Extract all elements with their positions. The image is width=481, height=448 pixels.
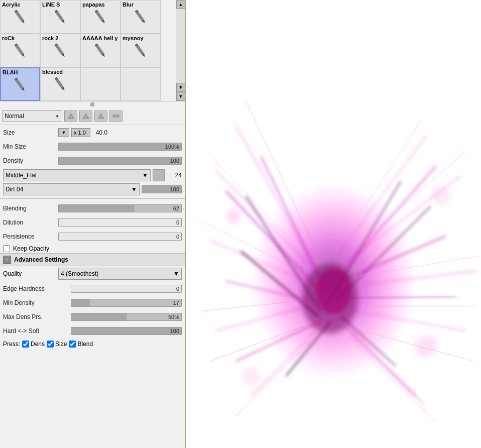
svg-point-74 xyxy=(415,335,437,357)
hard-soft-slider[interactable]: 100 xyxy=(71,327,182,335)
edge-hardness-row: Edge Hardness 0 xyxy=(3,283,182,294)
brush-cell-1[interactable]: LiNE S xyxy=(40,0,80,34)
size-dropdown-btn[interactable]: ▼ xyxy=(58,128,69,137)
svg-point-75 xyxy=(226,208,241,223)
quality-row: Quailty 4 (Smoothest) ▼ xyxy=(0,266,185,281)
brush-cell-label-2: papapas xyxy=(82,2,105,8)
brush-cell-11[interactable] xyxy=(121,67,161,101)
max-dens-prs-label: Max Dens Prs. xyxy=(3,313,71,320)
advanced-settings-header[interactable]: ≡ Advanced Settings xyxy=(0,253,185,266)
quality-dropdown[interactable]: 4 (Smoothest) ▼ xyxy=(58,268,182,280)
svg-line-70 xyxy=(356,346,436,421)
advanced-settings-label: Advanced Settings xyxy=(14,256,68,263)
svg-marker-32 xyxy=(98,114,104,119)
brush-icon-9 xyxy=(50,75,70,94)
brush-cell-4[interactable]: roCk xyxy=(0,34,40,67)
density-slider[interactable]: 100 xyxy=(58,157,182,165)
blending-controls: 62 xyxy=(58,204,182,212)
scroll-down2-button[interactable]: ▼ xyxy=(176,92,185,101)
scroll-down-button[interactable]: ▼ xyxy=(176,83,185,92)
brush-cell-label-5: rock 2 xyxy=(42,35,58,41)
horiz-scroll-indicator xyxy=(90,102,94,106)
brush-icon-7 xyxy=(131,41,151,60)
blending-row: Blending 62 xyxy=(3,203,182,214)
brush-icon-1 xyxy=(50,8,70,27)
persistence-value: 0 xyxy=(176,233,179,240)
min-density-slider[interactable]: 17 xyxy=(71,299,182,307)
canvas-area[interactable] xyxy=(186,0,481,448)
svg-point-76 xyxy=(432,187,450,205)
scroll-track xyxy=(176,9,185,83)
texture-value: 100 xyxy=(170,186,179,193)
brush-scrollbar: ▲ ▼ ▼ xyxy=(176,0,185,101)
brush-cell-7[interactable]: mysnoy xyxy=(121,34,161,67)
brush-shape-btn-1[interactable] xyxy=(64,110,77,122)
brush-icon-0 xyxy=(10,8,30,27)
advanced-settings-icon: ≡ xyxy=(3,256,11,264)
density-fill xyxy=(59,157,181,164)
brush-cell-9[interactable]: blessed xyxy=(40,67,80,101)
press-blend-checkbox[interactable] xyxy=(69,341,76,348)
blend-mode-dropdown[interactable]: Normal ▼ xyxy=(2,110,62,122)
press-size-item: Size xyxy=(47,341,67,348)
press-blend-item: Blend xyxy=(69,341,93,348)
brush-shape-dropdown[interactable]: Middle_Flat ▼ xyxy=(3,169,151,181)
brush-stroke-svg xyxy=(186,0,481,448)
max-dens-prs-slider[interactable]: 50% xyxy=(71,313,182,321)
brush-cell-0[interactable]: Acrylic xyxy=(0,0,40,34)
edge-hardness-slider[interactable]: 0 xyxy=(71,285,182,293)
brush-cell-2[interactable]: papapas xyxy=(80,0,121,34)
dilution-row: Dilution 0 xyxy=(3,217,182,228)
texture-arrow: ▼ xyxy=(131,186,137,193)
brush-cell-10[interactable] xyxy=(80,67,121,101)
quality-label: Quailty xyxy=(3,270,58,277)
brush-cell-label-7: mysnoy xyxy=(123,35,144,41)
edge-hardness-value: 0 xyxy=(176,285,179,292)
min-size-row: Min Size 100% xyxy=(3,141,182,152)
press-blend-label: Blend xyxy=(77,341,93,348)
brush-shape-btn-3[interactable] xyxy=(94,110,107,122)
texture-slider[interactable]: 100 xyxy=(142,185,182,193)
press-dens-item: Dens xyxy=(22,341,45,348)
keep-opacity-checkbox[interactable] xyxy=(3,245,10,252)
texture-dropdown[interactable]: Dirt 04 ▼ xyxy=(3,183,140,195)
quality-arrow: ▼ xyxy=(173,270,179,277)
brush-cell-label-0: Acrylic xyxy=(2,2,21,8)
texture-label: Dirt 04 xyxy=(6,186,23,193)
press-size-checkbox[interactable] xyxy=(47,341,54,348)
brush-grid: AcrylicLiNE SpapapasBlurroCkrock 2AAAAA … xyxy=(0,0,176,101)
brush-icon-2 xyxy=(90,8,110,27)
press-dens-checkbox[interactable] xyxy=(22,341,29,348)
dilution-slider[interactable]: 0 xyxy=(58,218,182,227)
brush-cell-5[interactable]: rock 2 xyxy=(40,34,80,67)
brush-cell-6[interactable]: AAAAA hell y xyxy=(80,34,121,67)
size-row: Size ▼ x 1.0 40.0 xyxy=(3,127,182,138)
brush-cell-label-4: roCk xyxy=(2,35,15,41)
hard-soft-row: Hard <-> Soft 100 xyxy=(3,325,182,337)
blending-params: Blending 62 Dilution 0 Persistence xyxy=(0,201,185,244)
keep-opacity-label: Keep Opacity xyxy=(13,245,49,252)
size-label: Size xyxy=(3,129,58,136)
min-density-controls: 17 xyxy=(71,299,182,307)
brush-icon-6 xyxy=(90,41,110,60)
brush-cell-3[interactable]: Blur xyxy=(121,0,161,34)
blending-slider[interactable]: 62 xyxy=(58,204,182,212)
max-dens-prs-value: 50% xyxy=(168,313,179,320)
press-row: Press: Dens Size Blend xyxy=(0,339,185,350)
svg-marker-30 xyxy=(68,114,74,119)
press-dens-label: Dens xyxy=(31,341,45,348)
brush-shape-label: Middle_Flat xyxy=(6,172,37,179)
brush-shape-btn-4[interactable] xyxy=(109,110,123,122)
brush-shape-swatch xyxy=(153,169,165,181)
size-multiplier[interactable]: x 1.0 xyxy=(71,128,90,137)
brush-shape-btn-2[interactable] xyxy=(79,110,92,122)
persistence-slider[interactable]: 0 xyxy=(58,233,182,241)
min-size-slider[interactable]: 100% xyxy=(58,143,182,151)
min-size-fill xyxy=(59,143,181,150)
scroll-up-button[interactable]: ▲ xyxy=(176,0,185,9)
brush-cell-8[interactable]: BLAH xyxy=(0,67,40,101)
density-row: Density 100 xyxy=(3,155,182,166)
brush-shape-value: 24 xyxy=(167,172,182,179)
brush-cell-label-1: LiNE S xyxy=(42,2,60,8)
min-size-value: 100% xyxy=(165,143,179,150)
